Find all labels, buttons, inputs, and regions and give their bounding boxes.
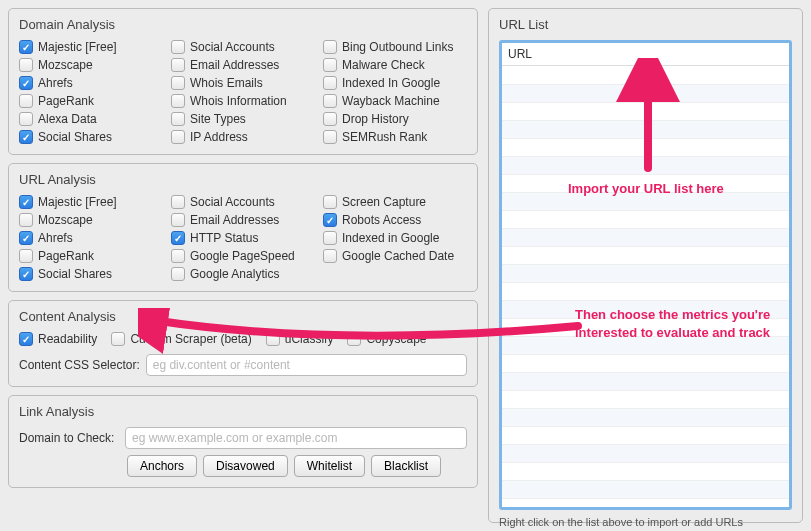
domain-analysis-option[interactable]: Site Types xyxy=(171,112,315,126)
url-analysis-option[interactable]: ✓HTTP Status xyxy=(171,231,315,245)
checkbox-icon[interactable] xyxy=(19,94,33,108)
checkbox-icon[interactable] xyxy=(171,76,185,90)
domain-analysis-option[interactable]: Alexa Data xyxy=(19,112,163,126)
checkbox-icon[interactable]: ✓ xyxy=(19,76,33,90)
url-analysis-option[interactable]: ✓Social Shares xyxy=(19,267,163,281)
checkbox-icon[interactable]: ✓ xyxy=(19,267,33,281)
checkbox-icon[interactable] xyxy=(171,267,185,281)
checkbox-icon[interactable] xyxy=(171,213,185,227)
url-analysis-option[interactable]: Social Accounts xyxy=(171,195,315,209)
domain-analysis-option[interactable]: Drop History xyxy=(323,112,467,126)
checkbox-icon[interactable]: ✓ xyxy=(323,213,337,227)
url-list-table[interactable]: URL xyxy=(499,40,792,510)
table-row[interactable] xyxy=(502,85,789,103)
checkbox-icon[interactable] xyxy=(111,332,125,346)
table-row[interactable] xyxy=(502,121,789,139)
domain-analysis-option[interactable]: ✓Ahrefs xyxy=(19,76,163,90)
url-analysis-option[interactable]: Google Cached Date xyxy=(323,249,467,263)
checkbox-icon[interactable] xyxy=(323,231,337,245)
table-row[interactable] xyxy=(502,229,789,247)
url-analysis-option[interactable]: Indexed in Google xyxy=(323,231,467,245)
checkbox-icon[interactable] xyxy=(266,332,280,346)
checkbox-icon[interactable] xyxy=(171,94,185,108)
checkbox-icon[interactable]: ✓ xyxy=(19,195,33,209)
anchors-button[interactable]: Anchors xyxy=(127,455,197,477)
table-row[interactable] xyxy=(502,337,789,355)
url-analysis-option[interactable]: Screen Capture xyxy=(323,195,467,209)
table-row[interactable] xyxy=(502,301,789,319)
table-row[interactable] xyxy=(502,175,789,193)
checkbox-icon[interactable] xyxy=(19,213,33,227)
checkbox-icon[interactable] xyxy=(323,195,337,209)
table-row[interactable] xyxy=(502,193,789,211)
content-analysis-option[interactable]: ✓Readability xyxy=(19,332,97,346)
checkbox-icon[interactable]: ✓ xyxy=(171,231,185,245)
table-row[interactable] xyxy=(502,283,789,301)
table-row[interactable] xyxy=(502,157,789,175)
domain-analysis-option[interactable]: Bing Outbound Links xyxy=(323,40,467,54)
checkbox-icon[interactable] xyxy=(19,249,33,263)
table-row[interactable] xyxy=(502,373,789,391)
checkbox-icon[interactable]: ✓ xyxy=(19,130,33,144)
url-analysis-option[interactable]: PageRank xyxy=(19,249,163,263)
checkbox-icon[interactable] xyxy=(171,195,185,209)
domain-analysis-option[interactable]: PageRank xyxy=(19,94,163,108)
url-analysis-option[interactable]: Google PageSpeed xyxy=(171,249,315,263)
checkbox-icon[interactable] xyxy=(323,94,337,108)
table-row[interactable] xyxy=(502,499,789,510)
domain-analysis-option[interactable]: Malware Check xyxy=(323,58,467,72)
blacklist-button[interactable]: Blacklist xyxy=(371,455,441,477)
checkbox-icon[interactable] xyxy=(323,112,337,126)
domain-analysis-option[interactable]: Whois Information xyxy=(171,94,315,108)
table-row[interactable] xyxy=(502,481,789,499)
checkbox-icon[interactable] xyxy=(171,40,185,54)
disavowed-button[interactable]: Disavowed xyxy=(203,455,288,477)
checkbox-icon[interactable] xyxy=(171,112,185,126)
table-row[interactable] xyxy=(502,247,789,265)
content-selector-input[interactable] xyxy=(146,354,467,376)
url-analysis-option[interactable]: Email Addresses xyxy=(171,213,315,227)
content-analysis-option[interactable]: uClassify xyxy=(266,332,334,346)
table-row[interactable] xyxy=(502,265,789,283)
table-row[interactable] xyxy=(502,445,789,463)
url-analysis-option[interactable]: ✓Robots Access xyxy=(323,213,467,227)
url-list-column-header[interactable]: URL xyxy=(502,43,789,66)
domain-analysis-option[interactable]: Wayback Machine xyxy=(323,94,467,108)
domain-check-input[interactable] xyxy=(125,427,467,449)
checkbox-icon[interactable] xyxy=(323,130,337,144)
domain-analysis-option[interactable]: SEMRush Rank xyxy=(323,130,467,144)
domain-analysis-option[interactable]: Email Addresses xyxy=(171,58,315,72)
table-row[interactable] xyxy=(502,319,789,337)
checkbox-icon[interactable]: ✓ xyxy=(19,231,33,245)
checkbox-icon[interactable] xyxy=(323,76,337,90)
checkbox-icon[interactable] xyxy=(171,58,185,72)
table-row[interactable] xyxy=(502,139,789,157)
table-row[interactable] xyxy=(502,67,789,85)
table-row[interactable] xyxy=(502,391,789,409)
domain-analysis-option[interactable]: ✓Majestic [Free] xyxy=(19,40,163,54)
checkbox-icon[interactable] xyxy=(323,249,337,263)
domain-analysis-option[interactable]: Whois Emails xyxy=(171,76,315,90)
domain-analysis-option[interactable]: Mozscape xyxy=(19,58,163,72)
table-row[interactable] xyxy=(502,463,789,481)
table-row[interactable] xyxy=(502,427,789,445)
domain-analysis-option[interactable]: Social Accounts xyxy=(171,40,315,54)
checkbox-icon[interactable] xyxy=(171,130,185,144)
checkbox-icon[interactable] xyxy=(323,58,337,72)
domain-analysis-option[interactable]: ✓Social Shares xyxy=(19,130,163,144)
url-list-body[interactable] xyxy=(502,67,789,507)
checkbox-icon[interactable]: ✓ xyxy=(19,332,33,346)
table-row[interactable] xyxy=(502,355,789,373)
checkbox-icon[interactable] xyxy=(19,58,33,72)
table-row[interactable] xyxy=(502,211,789,229)
url-analysis-option[interactable]: ✓Majestic [Free] xyxy=(19,195,163,209)
checkbox-icon[interactable] xyxy=(323,40,337,54)
content-analysis-option[interactable]: Copyscape xyxy=(347,332,426,346)
domain-analysis-option[interactable]: Indexed In Google xyxy=(323,76,467,90)
url-analysis-option[interactable]: Mozscape xyxy=(19,213,163,227)
content-analysis-option[interactable]: Custom Scraper (beta) xyxy=(111,332,251,346)
checkbox-icon[interactable] xyxy=(347,332,361,346)
checkbox-icon[interactable] xyxy=(19,112,33,126)
url-analysis-option[interactable]: ✓Ahrefs xyxy=(19,231,163,245)
checkbox-icon[interactable]: ✓ xyxy=(19,40,33,54)
